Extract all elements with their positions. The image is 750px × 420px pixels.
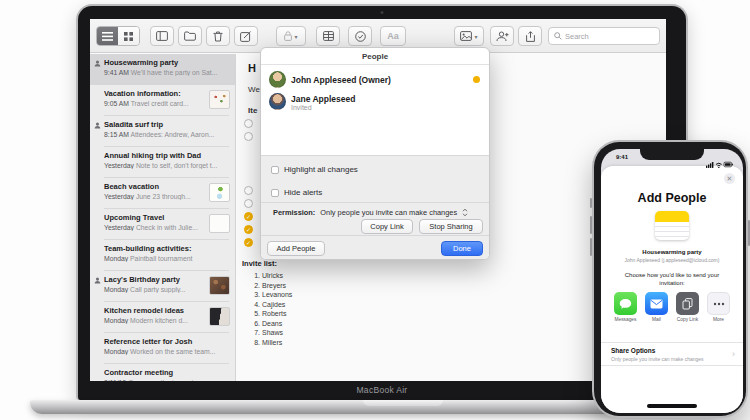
note-title: Upcoming Travel (104, 213, 199, 222)
share-app-mail[interactable]: Mail (645, 292, 668, 322)
note-title: Annual hiking trip with Dad (104, 151, 229, 160)
photo-icon (460, 31, 472, 41)
share-app-label: More (707, 317, 730, 322)
battery-icon (724, 162, 733, 167)
avatar (269, 71, 286, 88)
note-preview: Worked on the same team... (130, 348, 215, 355)
iphone-bezel: 9:41 ✕ Add People (594, 142, 746, 416)
home-indicator[interactable] (647, 404, 697, 408)
gallery-view-button[interactable] (118, 27, 139, 45)
media-browser-button[interactable]: ▾ (454, 26, 484, 46)
stepper-icon[interactable] (462, 208, 468, 217)
checklist-circle-checked[interactable]: ✓ (244, 225, 253, 234)
stop-sharing-button[interactable]: Stop Sharing (419, 219, 483, 234)
note-preview: Paintball tournament (130, 255, 192, 262)
permission-dropdown[interactable]: Only people you invite can make changes (320, 208, 457, 217)
note-list-item[interactable]: Kitchen remodel ideas Monday Modern kitc… (90, 302, 235, 333)
avatar (269, 93, 286, 110)
checklist-circle-empty[interactable] (244, 119, 253, 128)
format-button[interactable]: Aa (380, 26, 406, 46)
add-people-label: Add People (277, 244, 316, 253)
list-view-icon (102, 32, 113, 41)
note-list-item[interactable]: Saladita surf trip 8:15 AM Attendees: An… (90, 116, 235, 147)
notes-icon-lines (655, 222, 689, 240)
note-list-item[interactable]: Contractor meeting 8/11/19 Gary says the… (90, 364, 235, 381)
add-person-icon (496, 31, 509, 42)
shared-person-icon (94, 60, 101, 67)
new-note-button[interactable] (234, 26, 258, 46)
invitee: Deans (262, 319, 292, 329)
checklist-button[interactable] (348, 26, 372, 46)
hide-alerts-row[interactable]: Hide alerts (271, 188, 322, 197)
sidebar-toggle-button[interactable] (150, 26, 174, 46)
note-list-item[interactable]: Housewarming party 9:41 AM We'll have th… (90, 54, 235, 85)
invitee: Levanons (262, 290, 292, 300)
permission-label: Permission: (273, 208, 315, 217)
folders-button[interactable] (178, 26, 202, 46)
shared-person-icon (94, 277, 101, 284)
list-view-button[interactable] (97, 27, 118, 45)
note-time: Monday (104, 348, 128, 355)
share-app-more[interactable]: More (707, 292, 730, 322)
shared-person-icon (94, 122, 101, 129)
checkbox[interactable] (271, 189, 279, 197)
note-time: Monday (104, 255, 128, 262)
table-button[interactable] (316, 26, 340, 46)
search-field[interactable] (548, 27, 660, 45)
note-title: Vacation information: (104, 89, 199, 98)
notes-document-icon (655, 211, 689, 240)
note-list-item[interactable]: Team-building activities: Monday Paintba… (90, 240, 235, 271)
checkbox[interactable] (271, 166, 279, 174)
note-list-item[interactable]: Reference letter for Josh Monday Worked … (90, 333, 235, 364)
chevron-down-icon: ▾ (474, 33, 477, 40)
checklist-circle-empty[interactable] (244, 199, 253, 208)
checklist-circle-checked[interactable]: ✓ (244, 238, 253, 247)
share-options-row[interactable]: Share Options Only people you invite can… (601, 342, 743, 366)
close-icon[interactable]: ✕ (724, 173, 735, 184)
note-preview: Travel credit card... (131, 100, 189, 107)
share-button[interactable] (518, 26, 542, 46)
share-app-messages[interactable]: Messages (614, 292, 637, 322)
status-time: 9:41 (616, 154, 628, 160)
webcam-dot (381, 11, 384, 14)
note-preview: Call party supply... (130, 286, 185, 293)
invitee: Breyers (262, 281, 292, 291)
share-app-label: Copy Link (676, 317, 699, 322)
note-preview: Note to self, don't forget t... (136, 162, 217, 169)
note-list-item[interactable]: Beach vacation Yesterday June 23 through… (90, 178, 235, 209)
format-label: Aa (387, 31, 399, 41)
share-app-copy-link[interactable]: Copy Link (676, 292, 699, 322)
note-thumbnail (209, 307, 230, 326)
invitee: Cajides (262, 300, 292, 310)
checklist-circle-empty[interactable] (244, 186, 253, 195)
gallery-view-icon (124, 32, 133, 41)
checklist-circle-checked[interactable]: ✓ (244, 212, 253, 221)
note-list-item[interactable]: Upcoming Travel Yesterday Check in with … (90, 209, 235, 240)
add-people-button-toolbar[interactable] (490, 26, 514, 46)
person-name: Jane Appleseed (291, 94, 355, 104)
highlight-changes-row[interactable]: Highlight all changes (271, 165, 358, 174)
invitee: Shaws (262, 328, 292, 338)
add-people-button[interactable]: Add People (267, 241, 325, 256)
done-button[interactable]: Done (441, 241, 483, 256)
lock-button[interactable]: ▾ (276, 26, 306, 46)
delete-note-button[interactable] (206, 26, 230, 46)
volume-down-button (590, 238, 592, 256)
note-list-item[interactable]: Annual hiking trip with Dad Yesterday No… (90, 147, 235, 178)
note-title: Team-building activities: (104, 244, 229, 253)
copy-link-button[interactable]: Copy Link (361, 219, 413, 234)
presence-dot (473, 76, 480, 83)
sidebar-icon (156, 31, 168, 41)
note-time: Yesterday (104, 224, 134, 231)
note-body-text-fragment: Ite (248, 106, 257, 115)
note-title: Beach vacation (104, 182, 199, 191)
note-list-item[interactable]: Lacy's Birthday party Monday Call party … (90, 271, 235, 302)
note-list-item[interactable]: Vacation information: 9:05 AM Travel cre… (90, 85, 235, 116)
checklist-circle-empty[interactable] (244, 132, 253, 141)
invitation-prompt: Choose how you'd like to send your invit… (612, 271, 732, 287)
chevron-right-icon: › (732, 349, 735, 359)
stop-sharing-label: Stop Sharing (429, 222, 472, 231)
search-input[interactable] (565, 32, 651, 41)
note-body-title-fragment: H (248, 62, 256, 74)
shared-note-owner: John Appleseed (j.appleseed@icloud.com) (601, 257, 743, 263)
